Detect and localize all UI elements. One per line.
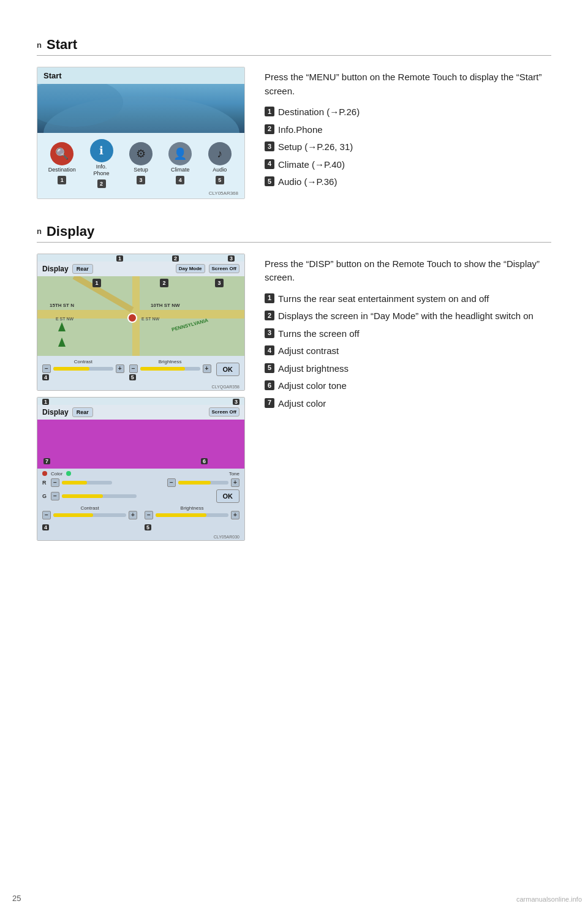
contrast2-fill: [53, 513, 93, 517]
brightness-plus[interactable]: +: [203, 364, 211, 373]
display2-ctrl-num5: 5: [145, 524, 151, 530]
item-text-1: Destination (→P.26): [278, 105, 360, 119]
ok-button-2[interactable]: OK: [216, 489, 240, 503]
start-items-list: 1 Destination (→P.26) 2 Info.Phone 3 Set…: [265, 105, 551, 189]
display-section-body: 1 2 3 Display Rear Day Mode Screen Off 3…: [37, 254, 551, 547]
watermark: carmanualsonline.info: [516, 896, 582, 903]
ok-button-1[interactable]: OK: [216, 363, 240, 376]
contrast2-label: Contrast: [42, 505, 137, 511]
disp-text-6: Adjust color tone: [278, 379, 347, 393]
g-label: G: [42, 493, 48, 499]
item-badge-2: 2: [265, 124, 274, 134]
infophone-icon-circle: ℹ: [90, 139, 113, 162]
r-track: [62, 481, 112, 485]
brightness2-plus[interactable]: +: [231, 511, 239, 519]
contrast-track: [53, 367, 113, 371]
icon-audio: ♪ Audio 5: [203, 142, 237, 184]
audio-label: Audio: [213, 167, 227, 173]
display-map: 300ft 15TH ST N 10TH ST NW E ST NW E ST …: [37, 276, 244, 356]
start-screen-footer: CLY05AR368: [37, 188, 244, 198]
item-text-2: Info.Phone: [278, 123, 323, 137]
start-section-body: Start 🔍 Destination 1: [37, 67, 551, 199]
red-dot: [42, 471, 47, 476]
g-track: [62, 494, 137, 498]
list-item: 1 Destination (→P.26): [265, 105, 551, 119]
display-screen-2: 1 3 Display Rear Screen Off 7 6: [37, 397, 245, 541]
contrast-group: Contrast − + 4: [42, 359, 124, 380]
disp-badge-2: 2: [265, 311, 274, 320]
display-controls1: Contrast − + 4 Brightness −: [37, 356, 244, 383]
map-svg: 15TH ST N 10TH ST NW E ST NW E ST NW PEN…: [37, 276, 244, 356]
climate-icon-circle: 👤: [168, 142, 192, 165]
display-screen2-label: Display: [42, 408, 69, 417]
display-num2: 2: [172, 255, 179, 262]
tone-label: Tone: [229, 471, 239, 477]
display-btn-screenoff[interactable]: Screen Off: [209, 264, 239, 274]
audio-icon-circle: ♪: [208, 142, 232, 165]
audio-num: 5: [216, 176, 224, 184]
display-screens: 1 2 3 Display Rear Day Mode Screen Off 3…: [37, 254, 245, 547]
tone-plus[interactable]: +: [231, 478, 239, 487]
destination-icon-circle: 🔍: [50, 142, 74, 165]
disp-badge-3: 3: [265, 328, 274, 338]
setup-icon: ⚙: [136, 147, 146, 160]
brightness2-row: − +: [145, 511, 239, 519]
display2-btn-rear[interactable]: Rear: [72, 407, 93, 417]
destination-num: 1: [58, 176, 66, 184]
brightness-track: [140, 367, 200, 371]
start-intro-text: Press the “MENU” button on the Remote To…: [265, 70, 551, 98]
contrast-plus[interactable]: +: [116, 364, 124, 373]
disp-badge-5: 5: [265, 363, 274, 373]
start-screen-image: Start 🔍 Destination 1: [37, 67, 245, 199]
start-section-header: n Start: [37, 37, 551, 56]
brightness2-minus[interactable]: −: [145, 511, 153, 519]
item-badge-1: 1: [265, 107, 274, 116]
disp-text-1: Turns the rear seat entertainment system…: [278, 292, 489, 306]
list-item: 2 Info.Phone: [265, 123, 551, 137]
climate-icon: 👤: [173, 147, 187, 160]
display-intro-text: Press the “DISP” button on the Remote To…: [265, 257, 551, 285]
disp-badge-1: 1: [265, 293, 274, 303]
item-badge-4: 4: [265, 159, 274, 169]
colortone-labels: Color Tone: [42, 471, 239, 477]
display2-color-area: 7 6: [37, 420, 244, 469]
contrast-minus[interactable]: −: [42, 364, 51, 373]
brightness2-group: Brightness − + 5: [145, 505, 239, 531]
infophone-icon: ℹ: [99, 144, 104, 157]
brightness-group: Brightness − + 5: [129, 359, 211, 380]
climate-num: 4: [176, 176, 184, 184]
list-item: 7 Adjust color: [265, 397, 551, 411]
r-fill: [62, 481, 87, 485]
brightness-fill: [140, 367, 185, 371]
display-screen2-footer: CLY05AR030: [37, 534, 244, 540]
start-title: Start: [47, 37, 77, 53]
brightness2-fill: [156, 513, 206, 517]
icon-setup: ⚙ Setup 3: [124, 142, 158, 184]
display-btn-daymode[interactable]: Day Mode: [176, 264, 205, 274]
contrast2-row: − +: [42, 511, 137, 519]
display2-colortone-row: Color Tone R − − +: [37, 469, 244, 534]
svg-text:3: 3: [217, 280, 221, 286]
g-minus[interactable]: −: [51, 492, 59, 500]
tone-minus[interactable]: −: [167, 478, 176, 487]
contrast2-plus[interactable]: +: [129, 511, 137, 519]
brightness-minus[interactable]: −: [129, 364, 138, 373]
display-items-list: 1 Turns the rear seat entertainment syst…: [265, 292, 551, 411]
infophone-num: 2: [97, 179, 106, 188]
r-minus[interactable]: −: [51, 478, 59, 487]
list-item: 4 Adjust contrast: [265, 344, 551, 358]
display2-btn-screenoff[interactable]: Screen Off: [209, 407, 239, 417]
disp-text-7: Adjust color: [278, 397, 326, 411]
display-btn-rear[interactable]: Rear: [72, 264, 93, 274]
icon-infophone: ℹ Info.Phone 2: [85, 139, 119, 188]
contrast2-minus[interactable]: −: [42, 511, 51, 519]
setup-num: 3: [137, 176, 145, 184]
list-item: 1 Turns the rear seat entertainment syst…: [265, 292, 551, 306]
item-text-5: Audio (→P.36): [278, 175, 337, 189]
start-bg-svg: [37, 84, 245, 133]
item-badge-5: 5: [265, 176, 274, 186]
display2-num1: 1: [42, 399, 49, 405]
list-item: 5 Audio (→P.36): [265, 175, 551, 189]
disp-text-4: Adjust contrast: [278, 344, 339, 358]
display-num1: 1: [116, 255, 123, 262]
